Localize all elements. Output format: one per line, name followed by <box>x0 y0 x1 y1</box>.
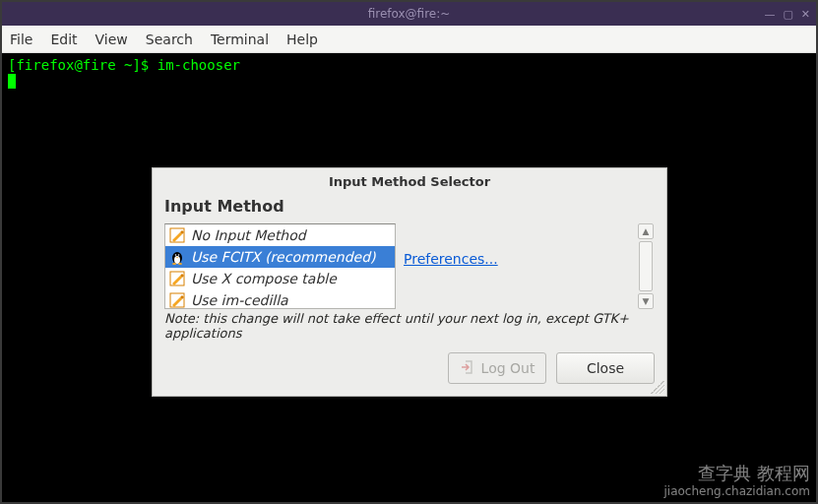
list-item-label: Use X compose table <box>191 271 337 286</box>
pencil-icon <box>169 271 185 286</box>
scroll-thumb[interactable] <box>639 241 653 291</box>
menu-file[interactable]: File <box>10 32 32 47</box>
logout-button-label: Log Out <box>481 360 535 376</box>
watermark-line1: 查字典 教程网 <box>663 463 810 484</box>
watermark: 查字典 教程网 jiaocheng.chazidian.com <box>663 463 810 498</box>
pencil-icon <box>169 292 185 308</box>
maximize-button[interactable]: ▢ <box>783 8 792 21</box>
svg-point-6 <box>178 263 182 265</box>
note-text: Note: this change will not take effect u… <box>164 311 655 341</box>
svg-point-4 <box>178 254 180 256</box>
im-selector-dialog: Input Method Selector Input Method No In… <box>152 167 667 397</box>
penguin-icon <box>169 249 185 265</box>
close-button[interactable]: Close <box>556 352 655 384</box>
logout-button: Log Out <box>448 352 546 384</box>
input-method-list: No Input Method Use FCITX (recommended) … <box>164 223 396 309</box>
window-controls: — ▢ ✕ <box>764 8 810 21</box>
list-item-label: Use im-cedilla <box>191 292 288 308</box>
list-item-label: No Input Method <box>191 227 306 243</box>
close-button-label: Close <box>587 360 624 376</box>
dialog-button-row: Log Out Close <box>153 341 666 396</box>
list-item-label: Use FCITX (recommended) <box>191 249 376 265</box>
shell-prompt: [firefox@fire ~]$ <box>8 57 157 73</box>
close-window-button[interactable]: ✕ <box>801 8 810 21</box>
window-title: firefox@fire:~ <box>368 7 451 21</box>
menu-terminal[interactable]: Terminal <box>211 32 269 47</box>
svg-point-5 <box>172 263 176 265</box>
menu-view[interactable]: View <box>95 32 128 47</box>
list-item[interactable]: Use im-cedilla <box>165 289 395 309</box>
preferences-link[interactable]: Preferences... <box>404 251 498 267</box>
resize-grip[interactable] <box>651 380 664 394</box>
window-titlebar: firefox@fire:~ — ▢ ✕ <box>2 2 816 26</box>
list-scrollbar: ▲ ▼ <box>637 223 655 309</box>
menu-edit[interactable]: Edit <box>50 32 77 47</box>
minimize-button[interactable]: — <box>764 8 775 21</box>
list-item[interactable]: Use X compose table <box>165 268 395 289</box>
menu-help[interactable]: Help <box>286 32 318 47</box>
watermark-line2: jiaocheng.chazidian.com <box>663 484 810 498</box>
scroll-down-button[interactable]: ▼ <box>638 293 654 309</box>
menu-search[interactable]: Search <box>146 32 193 47</box>
section-title: Input Method <box>153 195 666 223</box>
menubar: File Edit View Search Terminal Help <box>2 26 816 53</box>
dialog-title: Input Method Selector <box>153 168 666 195</box>
pencil-icon <box>169 227 185 243</box>
svg-point-3 <box>175 254 177 256</box>
shell-command: im-chooser <box>157 57 240 73</box>
scroll-up-button[interactable]: ▲ <box>638 223 654 239</box>
list-item[interactable]: Use FCITX (recommended) <box>165 246 395 268</box>
logout-icon <box>460 359 475 378</box>
list-item[interactable]: No Input Method <box>165 224 395 246</box>
terminal-cursor <box>8 74 16 89</box>
